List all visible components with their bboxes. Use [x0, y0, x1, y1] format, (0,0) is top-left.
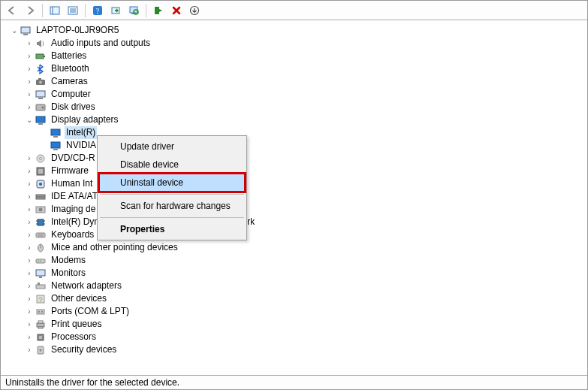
expand-chevron-icon[interactable]: › [24, 216, 35, 228]
category-node[interactable]: › Imaging de [3, 203, 586, 216]
expand-chevron-icon[interactable]: › [24, 165, 35, 177]
category-node[interactable]: › IDE ATA/AT [3, 190, 586, 203]
show-hidden-button[interactable] [47, 2, 63, 19]
expand-chevron-icon[interactable]: › [24, 203, 35, 216]
menu-item[interactable]: Uninstall device [99, 174, 245, 192]
category-node[interactable]: › Ports (COM & LPT) [3, 305, 586, 318]
menu-item[interactable]: Disable device [99, 156, 245, 174]
category-node[interactable]: › Intel(R) Dynamic Platform and Thermal … [3, 216, 586, 228]
category-node[interactable]: › Bluetooth [3, 62, 586, 75]
expand-chevron-icon[interactable]: › [24, 318, 35, 331]
expand-chevron-icon[interactable]: ⌄ [24, 113, 35, 126]
expand-chevron-icon[interactable]: ⌄ [9, 24, 20, 37]
root-node[interactable]: ⌄ LAPTOP-0LJR9OR5 [3, 24, 586, 37]
expand-chevron-icon[interactable]: › [24, 50, 35, 62]
svg-rect-64 [37, 323, 44, 327]
keyboard-icon [35, 229, 47, 241]
category-node[interactable]: › Processors [3, 331, 586, 343]
menu-item[interactable]: Scan for hardware changes [99, 197, 245, 215]
category-node[interactable]: › Network adapters [3, 280, 586, 292]
battery-icon [35, 50, 47, 62]
svg-rect-28 [53, 136, 58, 138]
expand-chevron-icon[interactable]: › [24, 62, 35, 75]
modem-icon [35, 255, 47, 267]
mouse-icon [35, 242, 47, 254]
svg-rect-22 [38, 98, 43, 99]
network-icon [35, 280, 47, 292]
node-label: Processors [50, 331, 98, 343]
category-node[interactable]: › Print queues [3, 318, 586, 331]
help-button[interactable]: ? [89, 2, 106, 19]
menu-separator [100, 217, 244, 218]
svg-rect-29 [51, 142, 60, 148]
uninstall-device-button[interactable] [168, 2, 185, 19]
category-node[interactable]: › Security devices [3, 343, 586, 356]
update-driver-button[interactable] [107, 2, 124, 19]
expand-chevron-icon[interactable]: › [24, 305, 35, 318]
expand-chevron-icon[interactable]: › [24, 177, 35, 190]
svg-rect-25 [36, 116, 45, 122]
computer-icon [35, 89, 47, 101]
node-label: Disk drives [50, 101, 97, 113]
category-node[interactable]: ⌄ Display adapters [3, 113, 586, 126]
menu-item[interactable]: Update driver [99, 138, 245, 156]
node-label: Security devices [50, 343, 118, 356]
expand-chevron-icon[interactable]: › [24, 88, 35, 101]
scan-hardware-button[interactable] [125, 2, 142, 19]
category-node[interactable]: › ? Other devices [3, 292, 586, 305]
expand-chevron-icon[interactable]: › [24, 267, 35, 280]
expand-chevron-icon[interactable]: › [24, 343, 35, 356]
properties-button[interactable] [65, 2, 81, 19]
category-node[interactable]: › Cameras [3, 75, 586, 88]
category-node[interactable]: › Disk drives [3, 101, 586, 113]
device-tree-scroll[interactable]: ⌄ LAPTOP-0LJR9OR5 › Audio inputs and out… [2, 21, 586, 374]
expand-chevron-icon[interactable]: › [24, 241, 35, 254]
printer-icon [35, 319, 47, 331]
category-node[interactable]: › Monitors [3, 267, 586, 280]
node-label: Bluetooth [50, 62, 91, 75]
category-node[interactable]: › DVD/CD-R [3, 152, 586, 165]
device-node[interactable]: · NVIDIA [3, 139, 586, 152]
node-label: Firmware [50, 165, 90, 177]
node-label: Human Int [50, 177, 94, 190]
svg-rect-20 [38, 78, 41, 80]
svg-point-32 [40, 157, 42, 159]
expand-chevron-icon[interactable]: › [24, 280, 35, 292]
port-icon [35, 306, 47, 318]
category-node[interactable]: › Computer [3, 88, 586, 101]
menu-item[interactable]: Properties [99, 220, 245, 238]
node-label: Cameras [50, 75, 89, 88]
security-icon [35, 344, 47, 356]
category-node[interactable]: › Modems [3, 254, 586, 267]
expand-chevron-icon[interactable]: › [24, 254, 35, 267]
display-icon [50, 140, 62, 152]
display-icon [50, 127, 62, 139]
expand-chevron-icon[interactable]: › [24, 152, 35, 165]
toolbar-separator [42, 4, 43, 17]
category-node[interactable]: › Human Int [3, 177, 586, 190]
svg-rect-55 [39, 277, 42, 278]
expand-chevron-icon[interactable]: › [24, 190, 35, 203]
expand-chevron-icon[interactable]: › [24, 292, 35, 305]
category-node[interactable]: › Audio inputs and outputs [3, 37, 586, 50]
back-button[interactable] [4, 2, 20, 19]
svg-rect-27 [51, 129, 60, 135]
expand-chevron-icon[interactable]: › [24, 75, 35, 88]
expand-chevron-icon[interactable]: › [24, 37, 35, 50]
svg-text:?: ? [38, 296, 42, 304]
category-node[interactable]: › Keyboards [3, 228, 586, 241]
expand-chevron-icon[interactable]: › [24, 331, 35, 343]
expand-chevron-icon[interactable]: › [24, 101, 35, 113]
category-node[interactable]: › Firmware [3, 165, 586, 177]
node-label: NVIDIA [65, 139, 98, 152]
expand-chevron-icon[interactable]: › [24, 228, 35, 241]
category-node[interactable]: › Mice and other pointing devices [3, 241, 586, 254]
svg-rect-17 [44, 56, 45, 57]
more-button[interactable] [186, 2, 203, 19]
forward-button[interactable] [22, 2, 38, 19]
category-node[interactable]: › Batteries [3, 50, 586, 62]
svg-point-36 [39, 183, 42, 186]
device-node[interactable]: · Intel(R) [3, 126, 586, 139]
svg-point-53 [40, 260, 41, 262]
enable-device-button[interactable] [150, 2, 167, 19]
